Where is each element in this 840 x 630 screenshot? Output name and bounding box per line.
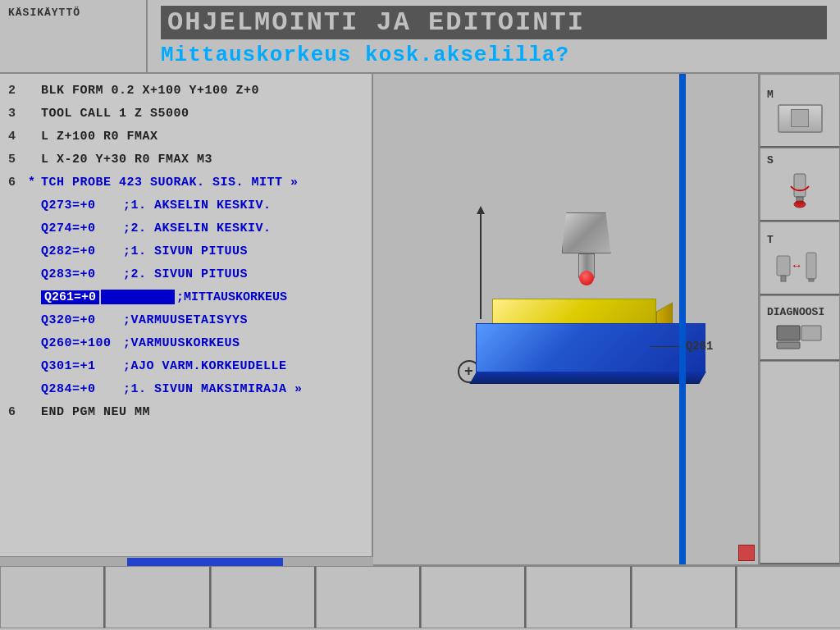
param-text: Q320=+0: [41, 313, 123, 327]
param-text: Q284=+0: [41, 382, 123, 396]
code-line-9: Q261=+0 ;MITTAUSKORKEUS: [8, 285, 363, 308]
mode-label: KÄSIKÄYTTÖ: [8, 7, 80, 19]
code-line-7: Q282=+0 ;1. SIVUN PITUUS: [8, 240, 363, 262]
param-text: Q260=+100: [41, 336, 123, 350]
spindle-assembly: [562, 212, 611, 278]
bottom-btn-5[interactable]: [421, 566, 526, 628]
svg-rect-9: [801, 326, 821, 340]
svg-point-2: [794, 201, 806, 208]
comment-text: ;VARMUUSKORKEUS: [123, 336, 240, 350]
comment-text: ;2. SIVUN PITUUS: [123, 267, 248, 281]
bottom-btn-3[interactable]: [211, 566, 316, 628]
code-line-12: Q301=+1 ;AJO VARM.KORKEUDELLE: [8, 354, 363, 377]
code-line-4: 6*TCH PROBE 423 SUORAK. SIS. MITT »: [8, 171, 363, 194]
param-text: Q301=+1: [41, 359, 123, 373]
code-text: END PGM NEU MM: [41, 405, 150, 419]
sidebar-M-label: M: [767, 89, 774, 101]
sidebar-S-label: S: [767, 154, 774, 167]
comment-text: ;1. AKSELIN KESKIV.: [123, 199, 272, 212]
line-number: 2: [8, 84, 28, 98]
sidebar-btn-M[interactable]: M: [760, 74, 840, 148]
code-text: BLK FORM 0.2 X+100 Y+100 Z+0: [41, 84, 259, 98]
tool-change-svg: ↔: [775, 249, 824, 282]
param-text: Q282=+0: [41, 244, 123, 258]
q261-line: [650, 346, 682, 347]
line-number: 5: [8, 153, 28, 167]
right-blue-bar: [679, 74, 686, 564]
workpiece-base-bottom: [469, 372, 706, 384]
line-number: 4: [8, 130, 28, 144]
header: KÄSIKÄYTTÖ OHJELMOINTI JA EDITOINTI Mitt…: [0, 0, 840, 74]
svg-rect-6: [806, 253, 816, 279]
main-title: OHJELMOINTI JA EDITOINTI: [161, 6, 827, 39]
code-line-6: Q274=+0 ;2. AKSELIN KESKIV.: [8, 217, 363, 240]
line-number: 3: [8, 107, 28, 121]
param-text: Q283=+0: [41, 267, 123, 281]
diagnoosi-label: DIAGNOOSI: [767, 306, 824, 318]
param-text: Q273=+0: [41, 199, 123, 212]
sub-title: Mittauskorkeus kosk.akselilla?: [161, 43, 827, 67]
cnc-visualization: Q261: [410, 196, 722, 442]
svg-rect-10: [777, 342, 800, 349]
diagnoosi-icon: [775, 322, 824, 350]
svg-rect-8: [777, 326, 800, 340]
active-value-bar: [101, 290, 175, 304]
code-line-2: 4L Z+100 R0 FMAX: [8, 125, 363, 148]
svg-text:↔: ↔: [793, 259, 801, 272]
param-text: Q274=+0: [41, 221, 123, 235]
code-line-1: 3TOOL CALL 1 Z S5000: [8, 102, 363, 125]
line-number: 6: [8, 405, 28, 419]
scrollbar-thumb[interactable]: [127, 558, 283, 566]
code-scrollbar[interactable]: [0, 556, 373, 566]
bottom-btn-7[interactable]: [632, 566, 737, 628]
code-text: L X-20 Y+30 R0 FMAX M3: [41, 153, 212, 167]
code-panel: 2BLK FORM 0.2 X+100 Y+100 Z+03TOOL CALL …: [0, 74, 373, 564]
spindle-tip: [578, 253, 595, 278]
bottom-btn-4[interactable]: [316, 566, 421, 628]
comment-text: ;AJO VARM.KORKEUDELLE: [123, 359, 287, 373]
axis-arrow-vertical: [480, 212, 482, 319]
active-param: Q261=+0: [41, 290, 99, 304]
line-number: 6: [8, 176, 28, 189]
code-text: TOOL CALL 1 Z S5000: [41, 107, 189, 121]
comment-text: ;2. AKSELIN KESKIV.: [123, 221, 272, 235]
viz-panel: Q261: [373, 74, 758, 564]
bottom-btn-8[interactable]: [737, 566, 840, 628]
tool-change-icon: ↔: [775, 249, 824, 282]
comment-text: ;VARMUUSETAISYYS: [123, 313, 248, 327]
spindle-ball: [579, 271, 594, 285]
bottom-btn-2[interactable]: [105, 566, 210, 628]
code-line-5: Q273=+0 ;1. AKSELIN KESKIV.: [8, 194, 363, 217]
code-line-3: 5L X-20 Y+30 R0 FMAX M3: [8, 148, 363, 171]
comment-text: ;1. SIVUN MAKSIMIRAJA »: [123, 382, 303, 396]
bottom-btn-1[interactable]: [0, 566, 105, 628]
sidebar-btn-empty1: [760, 361, 840, 564]
header-title-area: OHJELMOINTI JA EDITOINTI Mittauskorkeus …: [148, 0, 840, 72]
header-mode-area: KÄSIKÄYTTÖ: [0, 0, 148, 72]
sidebar-btn-S[interactable]: S: [760, 148, 840, 221]
code-text: TCH PROBE 423 SUORAK. SIS. MITT »: [41, 176, 299, 189]
code-text: L Z+100 R0 FMAX: [41, 130, 158, 144]
sidebar-btn-T[interactable]: T ↔: [760, 221, 840, 295]
svg-rect-4: [781, 276, 786, 281]
svg-rect-7: [809, 279, 814, 281]
line-star: *: [28, 176, 41, 189]
spindle-rotation-icon: [778, 170, 823, 215]
svg-rect-0: [794, 174, 806, 197]
main-area: 2BLK FORM 0.2 X+100 Y+100 Z+03TOOL CALL …: [0, 74, 840, 564]
comment: ;MITTAUSKORKEUS: [176, 290, 287, 304]
code-line-11: Q260=+100 ;VARMUUSKORKEUS: [8, 331, 363, 354]
machine-icon: [778, 104, 823, 133]
code-line-13: Q284=+0 ;1. SIVUN MAKSIMIRAJA »: [8, 377, 363, 400]
bottom-toolbar: [0, 564, 840, 628]
code-line-8: Q283=+0 ;2. SIVUN PITUUS: [8, 262, 363, 285]
diagnoosi-svg: [775, 322, 824, 350]
q261-text: Q261: [686, 340, 714, 353]
svg-rect-3: [777, 256, 790, 276]
viz-corner-icon: [738, 545, 755, 561]
code-line-10: Q320=+0 ;VARMUUSETAISYYS: [8, 308, 363, 331]
bottom-btn-6[interactable]: [526, 566, 631, 628]
spindle-body: [562, 212, 611, 253]
sidebar-btn-diagnoosi[interactable]: DIAGNOOSI: [760, 295, 840, 361]
code-line-14: 6END PGM NEU MM: [8, 400, 363, 423]
